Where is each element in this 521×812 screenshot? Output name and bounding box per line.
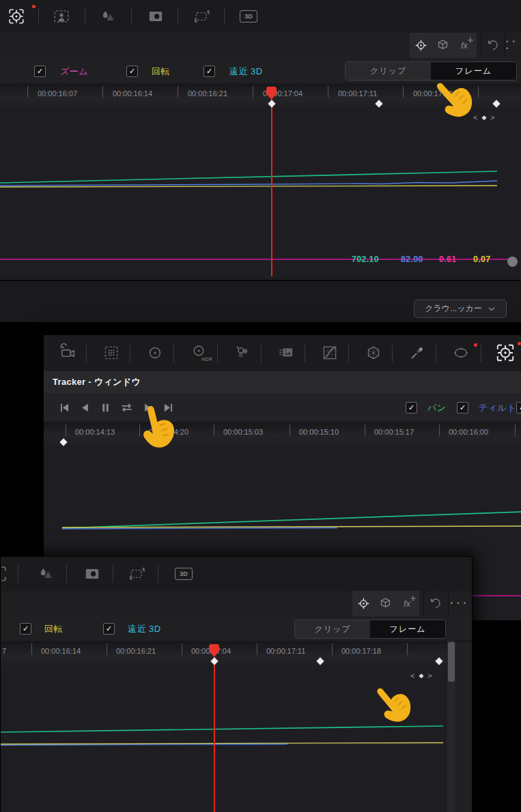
clip-frame-switch: クリップ フレーム xyxy=(294,620,446,639)
prev-keyframe-button[interactable]: < xyxy=(410,671,414,680)
tracker-window-icon[interactable] xyxy=(490,341,520,364)
custom-curves-icon[interactable] xyxy=(315,343,344,363)
graph-value-perspective: 0.07 xyxy=(473,255,491,264)
palette-toolbar: HDR xyxy=(44,335,521,372)
panel-header-bar: fx • • • xyxy=(1,591,472,617)
undo-history-icon[interactable] xyxy=(426,595,445,611)
tracker-panel-bottom: 3D fx xyxy=(0,556,473,812)
keyframe-navigator: < ◆ > xyxy=(410,671,432,680)
3d-tracker-icon[interactable]: 3D xyxy=(170,560,197,588)
timecode: 00:00:16:07 xyxy=(38,89,77,98)
zoom-checkbox-label: ズーム xyxy=(60,66,88,78)
divider xyxy=(178,8,178,25)
qualifier-icon[interactable] xyxy=(403,343,432,363)
timeline-ruler[interactable]: 7 00:00:16:14 00:00:16:21 00:00:17:04 00… xyxy=(1,641,447,667)
panel-header-bar: fx • • • xyxy=(0,33,521,59)
rotate-checkbox-label: 回転 xyxy=(44,623,63,635)
3d-cube-icon[interactable] xyxy=(432,33,453,58)
timecode: 00:00:16:14 xyxy=(113,89,152,98)
lens-correction-icon[interactable] xyxy=(142,3,169,30)
next-keyframe-button[interactable]: > xyxy=(427,671,432,680)
divider xyxy=(505,33,505,58)
timecode: 00:00:16:21 xyxy=(188,89,227,98)
vertical-scrollbar[interactable] xyxy=(447,641,455,812)
divider xyxy=(85,8,85,25)
stabilizer-icon[interactable] xyxy=(188,3,216,30)
graph-value-rotate: 0.61 xyxy=(439,255,457,264)
palette-toolbar: 3D xyxy=(0,0,521,33)
frame-button[interactable]: フレーム xyxy=(370,620,445,638)
mode-icon-group: fx xyxy=(352,591,419,616)
hdr-grade-icon[interactable]: HDR xyxy=(184,340,213,361)
playhead-line[interactable] xyxy=(214,657,215,812)
pause-button[interactable] xyxy=(97,400,113,415)
perspective-3d-checkbox-label: 遠近 3D xyxy=(229,66,263,78)
tracker-graph[interactable]: < ◆ > 702.10 82.00 0.61 0.07 xyxy=(0,108,521,280)
timecode: 00:00:15:10 xyxy=(299,428,339,436)
keyframe-diamond-button[interactable]: ◆ xyxy=(481,114,486,121)
3d-cube-icon[interactable] xyxy=(374,591,396,616)
scrollbar-thumb[interactable] xyxy=(507,257,518,267)
color-warper-icon[interactable] xyxy=(359,343,388,363)
graph-value-tilt: 82.00 xyxy=(401,255,423,264)
modified-badge xyxy=(32,5,36,8)
clip-button[interactable]: クリップ xyxy=(295,620,370,638)
stills-adjust-icon[interactable] xyxy=(272,343,300,363)
keyframe-navigator: < ◆ > xyxy=(473,113,495,121)
camera-tracker-icon[interactable] xyxy=(53,343,82,363)
analyze-options-row: ✓ 回転 ✓ 遠近 3D クリップ フレーム xyxy=(1,616,472,641)
tracker-target-icon[interactable] xyxy=(410,33,432,58)
power-window-icon[interactable] xyxy=(447,343,475,363)
rotate-checkbox-label: 回転 xyxy=(152,66,170,78)
undo-history-icon[interactable] xyxy=(483,37,503,53)
next-keyframe-button[interactable]: > xyxy=(490,113,494,121)
tracker-window-icon[interactable] xyxy=(3,3,30,30)
davinci-resolve-tracker-screens: 3D fx xyxy=(0,0,521,812)
3d-tracker-icon[interactable]: 3D xyxy=(235,3,262,30)
magic-mask-icon[interactable] xyxy=(48,3,75,30)
transport-row: ✓ パン ✓ ティルト ✓ xyxy=(44,393,521,422)
divider xyxy=(131,8,132,25)
tilt-checkbox[interactable]: ✓ xyxy=(457,402,468,414)
timecode: 00:00:16:21 xyxy=(116,647,156,655)
blur-sharpen-icon[interactable] xyxy=(32,560,59,588)
color-balls-icon[interactable] xyxy=(228,343,257,363)
play-reverse-button[interactable] xyxy=(76,400,93,415)
timecode: 00:00:15:03 xyxy=(223,428,263,436)
tracker-mode-label: クラウ...ッカー xyxy=(425,303,481,315)
playhead-line[interactable] xyxy=(271,100,272,276)
more-options-icon[interactable]: • • • xyxy=(506,37,521,53)
prev-keyframe-button[interactable]: < xyxy=(473,113,477,121)
perspective-3d-checkbox-label: 遠近 3D xyxy=(128,623,161,635)
clipped-toolbar-icon[interactable] xyxy=(0,560,9,588)
color-wheels-icon[interactable] xyxy=(141,343,169,363)
effects-fx-icon[interactable]: fx xyxy=(396,591,418,616)
effects-fx-icon[interactable]: fx xyxy=(453,33,475,58)
window-title: Tracker - ウィンドウ xyxy=(53,376,141,388)
zoom-checkbox[interactable]: ✓ xyxy=(34,66,46,77)
blur-sharpen-icon[interactable] xyxy=(94,3,122,30)
grid-sizing-icon[interactable] xyxy=(97,343,126,363)
zoom-checkbox-cut[interactable]: ✓ xyxy=(516,402,521,414)
divider xyxy=(224,8,225,25)
pan-checkbox[interactable]: ✓ xyxy=(406,402,417,414)
rotate-checkbox[interactable]: ✓ xyxy=(20,623,31,635)
stabilizer-icon[interactable] xyxy=(124,560,151,588)
tracker-panel-top: 3D fx xyxy=(0,0,521,321)
tracker-target-icon[interactable] xyxy=(352,591,374,616)
panel-bottom-bar: クラウ...ッカー xyxy=(0,280,521,322)
perspective-3d-checkbox[interactable]: ✓ xyxy=(203,66,215,77)
tracker-mode-dropdown[interactable]: クラウ...ッカー xyxy=(414,300,507,318)
scrollbar-thumb[interactable] xyxy=(448,642,455,682)
keyframe-diamond-button[interactable]: ◆ xyxy=(419,672,423,679)
palette-toolbar: 3D xyxy=(1,557,472,592)
more-options-icon[interactable]: • • • xyxy=(450,595,468,611)
timeline-ruler[interactable]: 00:00:14:13 00:00:14:20 00:00:15:03 00:0… xyxy=(44,422,521,446)
perspective-3d-checkbox[interactable]: ✓ xyxy=(103,623,115,635)
window-title-bar[interactable]: Tracker - ウィンドウ xyxy=(44,371,521,394)
lens-correction-icon[interactable] xyxy=(79,560,106,588)
rotate-checkbox[interactable]: ✓ xyxy=(126,66,138,77)
go-to-start-button[interactable] xyxy=(56,400,72,415)
timecode-partial: 7 xyxy=(2,647,6,655)
clip-button[interactable]: クリップ xyxy=(346,62,431,80)
